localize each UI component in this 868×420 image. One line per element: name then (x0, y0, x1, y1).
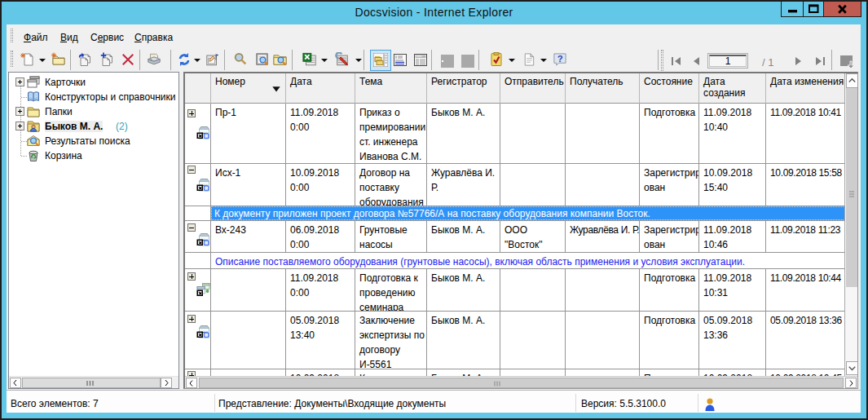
svg-text:?: ? (557, 54, 563, 64)
